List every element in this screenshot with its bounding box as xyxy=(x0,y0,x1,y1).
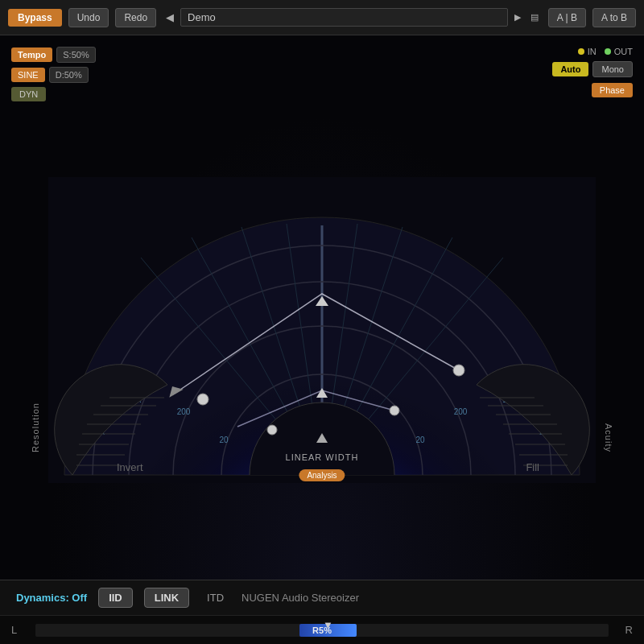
bypass-button[interactable]: Bypass xyxy=(8,9,62,27)
bottom-strip: Dynamics: Off IID LINK ITD NUGEN Audio S… xyxy=(0,580,644,615)
dynamics-text: Dynamics: Off xyxy=(16,592,87,604)
svg-point-41 xyxy=(267,425,277,435)
preset-area: ◀ Demo ▶ ▤ xyxy=(163,8,542,27)
linear-width-label: LINEAR WIDTH xyxy=(286,452,359,462)
svg-text:20: 20 xyxy=(219,436,229,444)
stereo-bar-area: L ▼ R5% R xyxy=(0,615,644,644)
mono-button[interactable]: Mono xyxy=(592,61,633,77)
viz-svg: 20k 2k 200 20 20k 2k 200 20 xyxy=(48,177,596,483)
top-bar: Bypass Undo Redo ◀ Demo ▶ ▤ A | B A to B xyxy=(0,0,644,35)
ab-button[interactable]: A | B xyxy=(548,8,586,27)
nugen-text: NUGEN Audio Stereoizer xyxy=(242,592,628,604)
preset-prev-arrow[interactable]: ◀ xyxy=(163,10,177,25)
viz-container: 20k 2k 200 20 20k 2k 200 20 xyxy=(48,177,596,483)
analysis-badge[interactable]: Analysis xyxy=(299,469,345,481)
out-label: OUT xyxy=(614,47,633,56)
svg-text:20: 20 xyxy=(415,436,425,444)
stereo-l-label: L xyxy=(11,624,17,636)
redo-button[interactable]: Redo xyxy=(115,8,156,27)
svg-point-40 xyxy=(390,406,399,415)
tempo-button[interactable]: Tempo xyxy=(11,47,52,62)
dyn-button[interactable]: DYN xyxy=(11,87,46,101)
right-controls: IN OUT Auto Mono Phase xyxy=(552,47,633,97)
atob-button[interactable]: A to B xyxy=(592,8,636,27)
d-value: D:50% xyxy=(49,67,89,83)
s-value: S:50% xyxy=(56,47,95,63)
sine-button[interactable]: SINE xyxy=(11,68,45,82)
preset-name: Demo xyxy=(180,8,508,27)
svg-text:200: 200 xyxy=(177,407,191,416)
in-label: IN xyxy=(588,47,597,56)
acuity-label: Acuity xyxy=(604,423,613,452)
svg-point-37 xyxy=(453,365,464,376)
in-dot xyxy=(578,48,584,55)
stereo-r-label: R xyxy=(625,624,633,636)
iid-button[interactable]: IID xyxy=(98,588,133,608)
stereo-bar-track[interactable]: ▼ R5% xyxy=(35,624,609,637)
preset-list-button[interactable]: ▤ xyxy=(527,10,542,24)
stereo-bar-value: R5% xyxy=(312,625,332,635)
out-indicator: OUT xyxy=(605,47,633,56)
preset-play-button[interactable]: ▶ xyxy=(511,10,524,24)
svg-point-38 xyxy=(197,394,208,405)
phase-button[interactable]: Phase xyxy=(592,83,633,97)
in-indicator: IN xyxy=(578,47,597,56)
resolution-label: Resolution xyxy=(31,402,40,452)
svg-text:200: 200 xyxy=(454,407,468,416)
main-area: Tempo S:50% SINE D:50% DYN IN OUT Auto M… xyxy=(0,35,644,580)
undo-button[interactable]: Undo xyxy=(68,8,109,27)
invert-label: Invert xyxy=(117,461,143,473)
auto-button[interactable]: Auto xyxy=(552,62,588,76)
out-dot xyxy=(605,48,611,55)
link-button[interactable]: LINK xyxy=(144,588,189,608)
fill-label: Fill xyxy=(526,461,539,473)
itd-button[interactable]: ITD xyxy=(200,588,230,607)
left-controls: Tempo S:50% SINE D:50% DYN xyxy=(11,47,96,101)
